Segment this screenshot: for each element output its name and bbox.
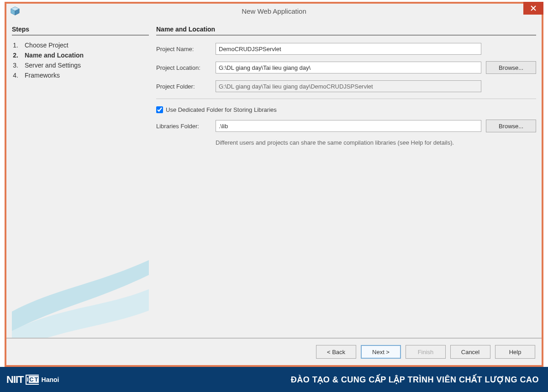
decorative-swoosh <box>12 237 149 338</box>
step-item: 2.Name and Location <box>12 50 149 60</box>
project-folder-input <box>216 80 481 92</box>
brand-hanoi: Hanoi <box>42 376 59 383</box>
help-button[interactable]: Help <box>495 345 535 359</box>
steps-heading: Steps <box>12 26 149 36</box>
button-bar: < Back Next > Finish Cancel Help <box>6 338 542 365</box>
browse-location-button[interactable]: Browse... <box>486 61 536 74</box>
dedicated-folder-label[interactable]: Use Dedicated Folder for Storing Librari… <box>166 106 277 113</box>
project-folder-label: Project Folder: <box>156 83 211 90</box>
project-location-row: Project Location: Browse... <box>156 61 536 74</box>
libraries-hint: Different users and projects can share t… <box>216 139 458 147</box>
libraries-folder-input[interactable] <box>216 120 481 132</box>
app-cube-icon <box>10 6 20 16</box>
steps-list: 1.Choose Project 2.Name and Location 3.S… <box>12 40 149 80</box>
brand-niit: NIIT <box>6 374 24 386</box>
back-button[interactable]: < Back <box>316 345 356 359</box>
step-item: 3.Server and Settings <box>12 60 149 70</box>
next-button[interactable]: Next > <box>361 345 401 359</box>
divider <box>156 99 536 99</box>
steps-panel: Steps 1.Choose Project 2.Name and Locati… <box>12 24 149 338</box>
window-title: New Web Application <box>242 7 306 15</box>
libraries-folder-row: Libraries Folder: Browse... <box>156 120 536 132</box>
project-folder-row: Project Folder: <box>156 80 536 92</box>
finish-button: Finish <box>406 345 446 359</box>
brand-ict-icon: I C T <box>26 375 39 385</box>
project-name-label: Project Name: <box>156 46 211 52</box>
dedicated-folder-checkbox[interactable] <box>156 106 163 113</box>
step-item: 4.Frameworks <box>12 70 149 80</box>
brand-footer: NIIT I C T Hanoi ĐÀO TẠO & CUNG CẤP LẬP … <box>0 367 548 392</box>
browse-libraries-button[interactable]: Browse... <box>486 120 536 132</box>
close-icon <box>531 5 536 12</box>
brand-logo: NIIT I C T Hanoi <box>6 374 59 386</box>
project-location-input[interactable] <box>216 62 481 73</box>
brand-slogan: ĐÀO TẠO & CUNG CẤP LẬP TRÌNH VIÊN CHẤT L… <box>291 375 539 385</box>
cancel-button[interactable]: Cancel <box>450 345 490 359</box>
content-heading: Name and Location <box>156 26 536 36</box>
close-button[interactable] <box>523 2 543 15</box>
content-panel: Name and Location Project Name: Project … <box>156 24 536 338</box>
dedicated-folder-row: Use Dedicated Folder for Storing Librari… <box>156 106 536 113</box>
wizard-body: Steps 1.Choose Project 2.Name and Locati… <box>6 18 542 338</box>
project-name-input[interactable] <box>216 43 481 55</box>
libraries-folder-label: Libraries Folder: <box>156 123 211 130</box>
wizard-window: New Web Application Steps 1.Choose Proje… <box>5 2 543 367</box>
step-item: 1.Choose Project <box>12 40 149 50</box>
titlebar: New Web Application <box>6 4 542 18</box>
project-location-label: Project Location: <box>156 64 211 71</box>
project-name-row: Project Name: <box>156 43 536 55</box>
